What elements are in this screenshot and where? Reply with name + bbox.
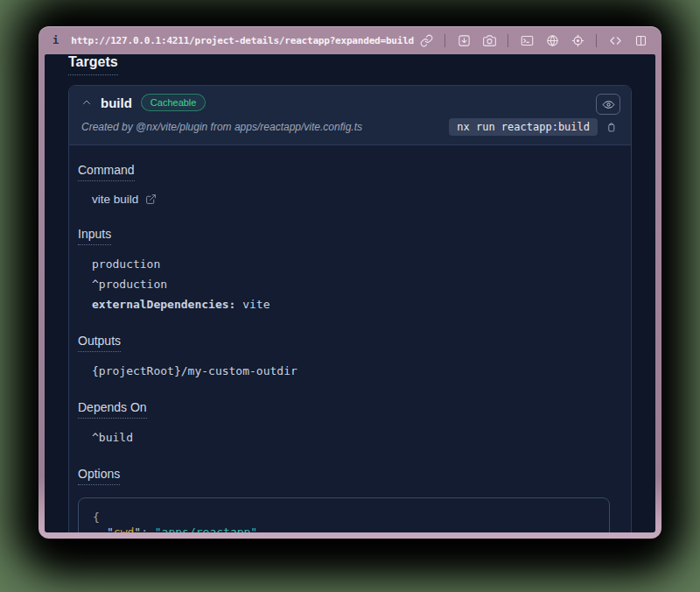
external-deps-value: vite <box>235 298 270 311</box>
download-icon[interactable] <box>457 33 471 47</box>
titlebar-separator <box>444 34 445 47</box>
command-value: vite build <box>92 193 138 206</box>
address-url[interactable]: http://127.0.0.1:4211/project-details/re… <box>71 35 414 46</box>
cacheable-badge: Cacheable <box>141 94 206 111</box>
browser-window: i http://127.0.0.1:4211/project-details/… <box>38 26 662 539</box>
json-line-cwd: "cwd": "apps/reactapp" <box>93 525 595 532</box>
build-card-body: Command vite build Inputs production ^pr… <box>69 145 631 532</box>
code-icon[interactable] <box>608 33 622 47</box>
outputs-heading: Outputs <box>78 334 121 352</box>
link-icon[interactable] <box>419 33 433 47</box>
json-value-cwd: "apps/reactapp" <box>155 525 257 532</box>
section-outputs: Outputs {projectRoot}/my-custom-outdir <box>78 333 610 379</box>
columns-icon[interactable] <box>634 33 648 47</box>
section-depends-on: Depends On ^build <box>78 399 610 446</box>
external-link-icon[interactable] <box>145 194 157 205</box>
json-line-open: { <box>93 510 595 525</box>
section-command: Command vite build <box>78 162 610 206</box>
input-item: production <box>92 257 610 272</box>
section-options: Options { "cwd": "apps/reactapp" } <box>78 466 610 532</box>
titlebar-separator <box>596 34 597 47</box>
input-item: ^production <box>92 277 610 292</box>
output-item: {projectRoot}/my-custom-outdir <box>92 363 610 379</box>
chevron-up-icon[interactable] <box>81 97 92 108</box>
globe-icon[interactable] <box>545 33 559 47</box>
section-inputs: Inputs production ^production externalDe… <box>78 226 610 313</box>
camera-icon[interactable] <box>482 33 496 47</box>
titlebar-separator <box>508 34 508 47</box>
browser-titlebar: i http://127.0.0.1:4211/project-details/… <box>38 26 662 54</box>
page-title: Targets <box>68 54 118 75</box>
depends-on-item: ^build <box>92 430 610 446</box>
build-card-header[interactable]: build Cacheable Created by @nx/vite/plug… <box>69 86 631 145</box>
json-key-cwd: cwd <box>114 525 134 532</box>
info-icon: i <box>52 34 59 46</box>
created-by-text: Created by @nx/vite/plugin from apps/rea… <box>81 121 362 133</box>
target-name-build: build <box>101 95 132 110</box>
terminal-icon[interactable] <box>520 33 534 47</box>
run-command-chip: nx run reactapp:build <box>449 118 598 136</box>
page-viewport: Targets build Cacheable Created by @nx/v… <box>45 54 655 532</box>
options-json-block: { "cwd": "apps/reactapp" } <box>78 497 610 532</box>
command-heading: Command <box>78 163 135 181</box>
target-icon[interactable] <box>570 33 584 47</box>
copy-icon[interactable] <box>606 121 617 134</box>
eye-icon-build[interactable] <box>596 94 620 115</box>
input-item-external-deps: externalDependencies: vite <box>92 297 610 313</box>
options-heading: Options <box>78 467 120 485</box>
external-deps-key: externalDependencies: <box>92 298 235 311</box>
target-card-build: build Cacheable Created by @nx/vite/plug… <box>68 85 632 532</box>
depends-on-heading: Depends On <box>78 400 147 419</box>
inputs-heading: Inputs <box>78 227 111 245</box>
